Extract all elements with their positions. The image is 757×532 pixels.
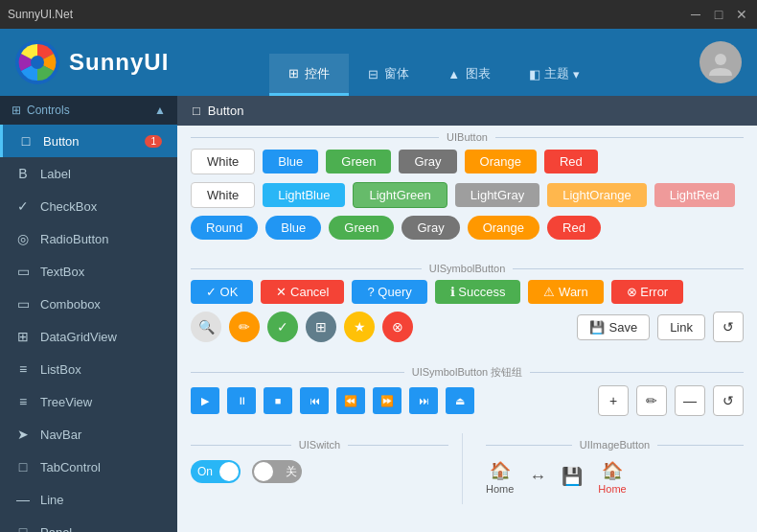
btn-ok[interactable]: ✓ OK (191, 280, 253, 304)
content-header-icon: □ (193, 104, 200, 118)
avatar[interactable] (700, 41, 742, 83)
btn-lightgreen[interactable]: LightGreen (353, 182, 447, 208)
sidebar-item-label-tabcontrol: TabControl (40, 460, 101, 474)
btn-gray-1[interactable]: Gray (399, 150, 456, 173)
tab-controls[interactable]: ⊞ 控件 (269, 54, 349, 96)
player-next-track[interactable]: ⏭ (409, 387, 438, 414)
sidebar-item-panel[interactable]: □ Panel (0, 516, 177, 532)
tab-window[interactable]: ⊟ 窗体 (349, 54, 428, 96)
btn-refresh[interactable]: ↺ (713, 312, 744, 342)
sidebar-item-line[interactable]: — Line (0, 483, 177, 516)
btn-lightgray[interactable]: LightGray (455, 183, 539, 207)
switch-off[interactable]: 关 (252, 460, 302, 483)
tab-chart[interactable]: ▲ 图表 (428, 54, 510, 96)
line-item-icon: — (15, 492, 31, 507)
window-tab-label: 窗体 (384, 65, 409, 82)
switch-divider-right (348, 445, 448, 446)
btn-gray-round[interactable]: Gray (401, 216, 459, 240)
player-pause[interactable]: ⏸ (227, 387, 256, 414)
sidebar-item-combobox[interactable]: ▭ Combobox (0, 288, 177, 320)
btn-green-round[interactable]: Green (329, 216, 394, 240)
btn-red-1[interactable]: Red (544, 150, 598, 173)
btn-white-1[interactable]: White (191, 149, 255, 174)
icon-btn-star[interactable]: ★ (344, 312, 375, 342)
player-eject[interactable]: ⏏ (446, 387, 474, 414)
sidebar-item-checkbox[interactable]: ✓ CheckBox (0, 190, 177, 222)
btn-cancel[interactable]: ✕ Cancel (261, 280, 344, 304)
icon-btn-search[interactable]: 🔍 (191, 312, 221, 342)
icon-btn-grid[interactable]: ⊞ (306, 312, 336, 342)
btn-green-1[interactable]: Green (326, 150, 391, 173)
sidebar-collapse-icon[interactable]: ▲ (154, 104, 166, 117)
player-play[interactable]: ▶ (191, 387, 219, 414)
btn-lightred[interactable]: LightRed (654, 183, 735, 207)
sidebar-item-navbar[interactable]: ➤ NavBar (0, 418, 177, 451)
maximize-button[interactable]: □ (711, 7, 726, 22)
switch-section: On 关 (177, 456, 462, 493)
sidebar-item-treeview[interactable]: ≡ TreeView (0, 385, 177, 418)
switch-on[interactable]: On (191, 460, 241, 483)
edit-refresh[interactable]: ↺ (713, 385, 744, 416)
imgbtn-transfer[interactable]: ↔ (529, 467, 546, 489)
edit-add[interactable]: + (598, 385, 629, 416)
imgbtn-save[interactable]: 💾 (562, 466, 583, 489)
switch-on-label: On (197, 465, 213, 478)
btn-round[interactable]: Round (191, 216, 258, 240)
sidebar-item-button[interactable]: □ Button 1 (0, 125, 177, 157)
sidebar-item-listbox[interactable]: ≡ ListBox (0, 353, 177, 385)
player-stop[interactable]: ■ (264, 387, 292, 414)
main-layout: ⊞ Controls ▲ □ Button 1 B Label ✓ CheckB… (0, 96, 757, 532)
icon-btn-check[interactable]: ✓ (267, 312, 298, 342)
switch-off-knob (254, 462, 273, 481)
btn-query[interactable]: ? Query (352, 280, 426, 304)
btn-lightorange[interactable]: LightOrange (547, 183, 647, 207)
home-label-1: Home (486, 483, 514, 495)
content-area: □ Button UIButton White Blue Green Gray … (177, 96, 757, 532)
sidebar-item-textbox[interactable]: ▭ TextBox (0, 255, 177, 288)
save-icon: 💾 (589, 320, 605, 335)
imgbtn-home-1[interactable]: 🏠 Home (486, 460, 514, 495)
tab-theme[interactable]: ◧ 主题 ▾ (510, 54, 599, 96)
sidebar-item-tabcontrol[interactable]: □ TabControl (0, 451, 177, 483)
datagridview-item-icon: ⊞ (15, 329, 31, 344)
edit-edit[interactable]: ✏ (636, 385, 667, 416)
app-title: SunnyUI.Net (8, 8, 73, 21)
player-prev-track[interactable]: ⏮ (300, 387, 329, 414)
sidebar-item-label-datagridview: DataGridView (40, 330, 117, 344)
btn-success[interactable]: ℹ Success (435, 280, 521, 304)
btn-orange-round[interactable]: Orange (468, 216, 539, 240)
sidebar-item-label-radiobutton: RadioButton (40, 232, 109, 246)
btn-lightblue[interactable]: LightBlue (263, 183, 345, 207)
logo-icon (15, 40, 59, 84)
uibutton-row2: White LightBlue LightGreen LightGray Lig… (191, 182, 744, 208)
btn-orange-1[interactable]: Orange (465, 150, 537, 173)
btn-blue-round[interactable]: Blue (265, 216, 321, 240)
btn-save[interactable]: 💾 Save (577, 314, 651, 340)
btn-red-round[interactable]: Red (547, 216, 601, 240)
theme-dropdown-icon: ▾ (573, 67, 580, 81)
uisymbolbutton-divider: UISymbolButton (191, 263, 744, 274)
close-button[interactable]: ✕ (734, 7, 749, 22)
btn-link[interactable]: Link (657, 314, 705, 340)
player-rewind[interactable]: ⏪ (336, 387, 365, 414)
sidebar-item-label[interactable]: B Label (0, 157, 177, 190)
btn-white-2[interactable]: White (191, 182, 255, 208)
sidebar-item-datagridview[interactable]: ⊞ DataGridView (0, 320, 177, 353)
imgbtn-home-2[interactable]: 🏠 Home (598, 460, 626, 495)
btn-warn[interactable]: ⚠ Warn (528, 280, 603, 304)
icon-btn-edit[interactable]: ✏ (229, 312, 260, 342)
icon-btn-close[interactable]: ⊗ (382, 312, 413, 342)
radiobutton-item-icon: ◎ (15, 231, 31, 246)
btn-blue-1[interactable]: Blue (263, 150, 318, 173)
btn-error[interactable]: ⊗ Error (611, 280, 684, 304)
uiimagebutton-col: UIImageButton 🏠 Home ↔ (462, 433, 757, 504)
switch-off-label: 关 (286, 464, 297, 480)
uiswitch-divider: UISwitch (191, 439, 448, 451)
uibutton-section: White Blue Green Gray Orange Red White L… (177, 149, 757, 257)
minimize-button[interactable]: ─ (688, 7, 703, 22)
player-fast-forward[interactable]: ⏩ (373, 387, 401, 414)
edit-remove[interactable]: — (675, 385, 705, 416)
sidebar-item-radiobutton[interactable]: ◎ RadioButton (0, 222, 177, 255)
home-icon-1: 🏠 (490, 460, 511, 481)
combobox-item-icon: ▭ (15, 296, 31, 312)
